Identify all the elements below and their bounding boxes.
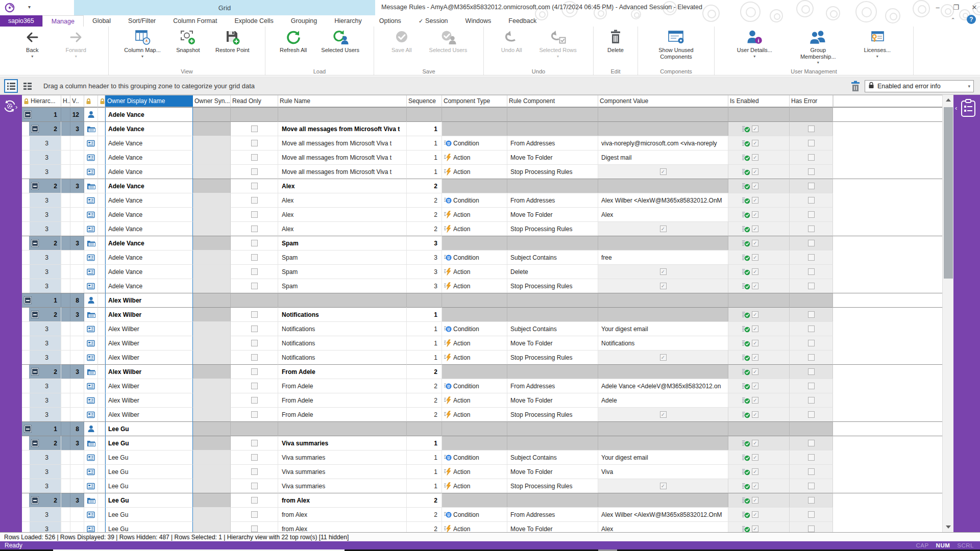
tab-sort-filter[interactable]: Sort/Filter (119, 15, 164, 27)
tab-hierarchy[interactable]: Hierarchy (326, 15, 371, 27)
save-all-button[interactable]: Save All (390, 29, 413, 54)
read-only-checkbox[interactable] (251, 411, 258, 418)
read-only-checkbox[interactable] (251, 383, 258, 389)
read-only-checkbox[interactable] (251, 397, 258, 404)
collapse-expander-button[interactable] (32, 497, 38, 504)
collapse-expander-button[interactable] (32, 126, 38, 132)
is-enabled-checkbox[interactable] (752, 126, 758, 132)
is-enabled-checkbox[interactable] (752, 254, 758, 261)
list-view-toggle[interactable] (20, 79, 34, 93)
grid-row[interactable]: 23Alex WilberNotifications1 (22, 307, 942, 321)
is-enabled-checkbox[interactable] (752, 268, 758, 275)
restore-point-button[interactable]: Restore Point (215, 29, 250, 54)
minimize-button[interactable]: – (930, 1, 945, 13)
collapse-expander-button[interactable] (24, 297, 31, 304)
read-only-checkbox[interactable] (251, 454, 258, 461)
has-error-checkbox[interactable] (808, 483, 815, 489)
grid-row[interactable]: 3Adele VanceSpam3ActionDelete (22, 264, 942, 279)
read-only-checkbox[interactable] (251, 497, 258, 504)
tab-windows[interactable]: Windows (457, 15, 500, 27)
component-value-checkbox[interactable] (660, 483, 667, 489)
read-only-checkbox[interactable] (251, 525, 258, 532)
is-enabled-checkbox[interactable] (752, 168, 758, 175)
column-header-component-type[interactable]: Component Type (442, 95, 507, 107)
grid-row[interactable]: 23Lee GuViva summaries1 (22, 436, 942, 450)
is-enabled-checkbox[interactable] (752, 325, 758, 332)
has-error-checkbox[interactable] (808, 454, 815, 461)
grid-row[interactable]: 3Adele VanceMove all messages from Micro… (22, 164, 942, 179)
is-enabled-checkbox[interactable] (752, 140, 758, 146)
read-only-checkbox[interactable] (251, 440, 258, 446)
read-only-checkbox[interactable] (251, 483, 258, 489)
has-error-checkbox[interactable] (808, 525, 815, 532)
grid-row[interactable]: 23Alex WilberFrom Adele2 (22, 364, 942, 379)
is-enabled-checkbox[interactable] (752, 440, 758, 446)
is-enabled-checkbox[interactable] (752, 283, 758, 289)
component-value-checkbox[interactable] (660, 354, 667, 361)
expand-panel-chevron-icon[interactable]: › (15, 103, 17, 111)
is-enabled-checkbox[interactable] (752, 154, 758, 161)
restore-button[interactable]: ❐ (948, 1, 964, 13)
read-only-checkbox[interactable] (251, 511, 258, 518)
tab-grouping[interactable]: Grouping (282, 15, 326, 27)
read-only-checkbox[interactable] (251, 240, 258, 246)
selected-rows-button[interactable]: Selected Rows▾ (539, 29, 576, 59)
is-enabled-checkbox[interactable] (752, 397, 758, 404)
is-enabled-checkbox[interactable] (752, 483, 758, 489)
has-error-checkbox[interactable] (808, 211, 815, 218)
has-error-checkbox[interactable] (808, 511, 815, 518)
read-only-checkbox[interactable] (251, 340, 258, 346)
grid-row[interactable]: 3Adele VanceSpam3ActionStop Processing R… (22, 279, 942, 293)
grid-row[interactable]: 3Adele VanceAlex2ActionMove To FolderAle… (22, 207, 942, 221)
selected-users-button[interactable]: Selected Users (321, 29, 359, 54)
read-only-checkbox[interactable] (251, 168, 258, 175)
collapse-expander-button[interactable] (32, 368, 38, 375)
tab-manage[interactable]: Manage (42, 15, 84, 27)
grid-row[interactable]: 3Alex WilberNotifications1ActionStop Pro… (22, 350, 942, 364)
component-value-checkbox[interactable] (660, 268, 667, 275)
column-header-is-enabled[interactable]: Is Enabled (728, 95, 790, 107)
grid-row[interactable]: 3Adele VanceMove all messages from Micro… (22, 136, 942, 150)
is-enabled-checkbox[interactable] (752, 454, 758, 461)
read-only-checkbox[interactable] (251, 211, 258, 218)
scrollbar-thumb[interactable] (944, 107, 953, 279)
grid-row[interactable]: 3Lee Gufrom Alex2ActionMove To FolderAle… (22, 521, 942, 532)
context-tab-grid[interactable]: Grid (74, 0, 375, 15)
read-only-checkbox[interactable] (251, 154, 258, 161)
column-header-hierarc-[interactable]: Hierarc... (22, 95, 61, 107)
has-error-checkbox[interactable] (808, 154, 815, 161)
has-error-checkbox[interactable] (808, 254, 815, 261)
has-error-checkbox[interactable] (808, 340, 815, 346)
collapse-expander-button[interactable] (32, 440, 38, 446)
has-error-checkbox[interactable] (808, 497, 815, 504)
column-header-owner-display-name[interactable]: Owner Display Name (105, 95, 193, 107)
column-header-component-value[interactable]: Component Value (598, 95, 728, 107)
collapse-expander-button[interactable] (32, 240, 38, 246)
read-only-checkbox[interactable] (251, 183, 258, 189)
grid-row[interactable]: 3Lee GuViva summaries1ConditionSubject C… (22, 450, 942, 464)
refresh-all-button[interactable]: Refresh All (280, 29, 307, 54)
tab-session[interactable]: ✓Session (410, 15, 457, 27)
has-error-checkbox[interactable] (808, 283, 815, 289)
is-enabled-checkbox[interactable] (752, 354, 758, 361)
has-error-checkbox[interactable] (808, 168, 815, 175)
has-error-checkbox[interactable] (808, 140, 815, 146)
is-enabled-checkbox[interactable] (752, 340, 758, 346)
is-enabled-checkbox[interactable] (752, 525, 758, 532)
group-membership--button[interactable]: Group Membership...▾ (795, 29, 842, 65)
grid-row[interactable]: 23Lee Gufrom Alex2 (22, 493, 942, 507)
has-error-checkbox[interactable] (808, 226, 815, 232)
has-error-checkbox[interactable] (808, 440, 815, 446)
grid-row[interactable]: 3Lee GuViva summaries1ActionMove To Fold… (22, 464, 942, 479)
hierarchy-view-toggle[interactable] (4, 79, 18, 93)
is-enabled-checkbox[interactable] (752, 411, 758, 418)
tab-explode-cells[interactable]: Explode Cells (226, 15, 282, 27)
component-value-checkbox[interactable] (660, 168, 667, 175)
column-header-owner-syn-[interactable]: Owner Syn... (193, 95, 231, 107)
grid-row[interactable]: 23Adele VanceAlex2 (22, 179, 942, 193)
has-error-checkbox[interactable] (808, 268, 815, 275)
right-side-panel-collapsed[interactable]: ‹ (953, 95, 980, 532)
is-enabled-checkbox[interactable] (752, 183, 758, 189)
grid-row[interactable]: 3Alex WilberNotifications1ActionMove To … (22, 336, 942, 350)
column-header-has-error[interactable]: Has Error (790, 95, 833, 107)
